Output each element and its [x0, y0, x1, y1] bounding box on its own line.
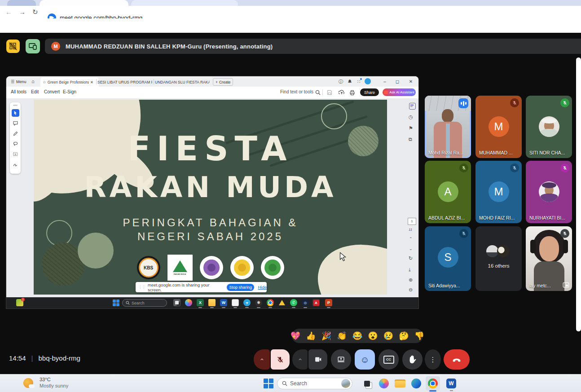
weather-icon[interactable]	[23, 378, 33, 388]
participant-tile[interactable]: M MUHAMMAD ...	[475, 96, 522, 158]
browser-active-tab[interactable]	[40, 0, 128, 6]
print-icon[interactable]	[349, 90, 355, 96]
leave-call-button[interactable]	[444, 349, 470, 370]
mic-options-chevron[interactable]	[254, 349, 270, 370]
poster-page[interactable]: FIESTA RAKAN MUDA PERINGKAT BAHAGIAN & N…	[34, 100, 387, 295]
reload-icon[interactable]: ↻	[32, 6, 38, 18]
chrome-icon-active[interactable]	[426, 376, 440, 391]
acrobat-menu-button[interactable]: ☰ Menu	[11, 76, 26, 87]
mic-toggle-button-muted[interactable]	[271, 349, 290, 370]
signature-tool[interactable]	[12, 161, 19, 168]
participant-tile[interactable]: NURHAYATI BI...	[526, 161, 572, 223]
next-page-icon[interactable]: ⌄	[409, 247, 413, 251]
reaction-thumbs-up[interactable]: 👍	[306, 331, 316, 341]
star-icon[interactable]: ☆	[43, 80, 46, 84]
apps-waffle-icon[interactable]: ∷	[355, 76, 363, 87]
ask-ai-assistant-button[interactable]: Ask AI Assistant	[383, 88, 416, 96]
draw-tool[interactable]	[12, 130, 19, 137]
document-tab-active[interactable]: ☆ Green Beige Professional... ✕	[40, 77, 99, 87]
camera-toggle-button[interactable]	[308, 349, 327, 370]
weather-desc[interactable]: Mostly sunny	[40, 383, 68, 388]
all-tools-menu[interactable]: All tools	[11, 89, 26, 94]
word-icon[interactable]: W	[445, 378, 457, 389]
bookmarks-panel-icon[interactable]: ⚑	[409, 125, 413, 131]
search-icon[interactable]	[315, 90, 321, 95]
shared-drive-icon[interactable]	[278, 299, 286, 306]
taskbar-search-box[interactable]: Search	[277, 378, 352, 389]
start-button[interactable]	[263, 378, 274, 389]
document-tab-2[interactable]: SESI LIBAT URUS PROGRAM FIE...	[97, 77, 152, 87]
file-explorer-icon[interactable]	[394, 378, 406, 389]
comment-tool[interactable]	[12, 119, 19, 127]
close-window-icon[interactable]: ✕	[407, 76, 415, 87]
back-icon[interactable]: ←	[5, 6, 12, 18]
ai-assistant-panel-icon[interactable]	[409, 103, 416, 110]
picture-in-picture-icon[interactable]	[563, 282, 569, 288]
find-label[interactable]: Find text or tools	[280, 89, 313, 94]
task-view-icon[interactable]	[361, 378, 373, 389]
rotate-page-icon[interactable]: ↻	[409, 255, 413, 261]
shared-acrobat-icon-active[interactable]: A	[313, 299, 320, 306]
esign-menu[interactable]: E-Sign	[63, 89, 76, 94]
account-avatar[interactable]	[365, 78, 371, 84]
shared-word-icon[interactable]: W	[220, 299, 227, 306]
reaction-cry[interactable]: 😢	[383, 331, 393, 341]
select-tool[interactable]	[12, 109, 19, 117]
shared-copilot-icon[interactable]	[185, 299, 192, 306]
zoom-out-icon[interactable]: ⊖	[409, 287, 413, 293]
edge-icon[interactable]	[410, 378, 422, 389]
presenter-banner[interactable]: M MUHAMMAD REDZUAN BIN SALLEH KPM-Guru (…	[45, 39, 581, 54]
more-options-button[interactable]: ⋮	[425, 349, 441, 370]
restore-icon[interactable]: ◻	[393, 76, 401, 87]
shared-whatsapp-icon[interactable]: ✆	[290, 299, 297, 306]
shared-app-icon[interactable]: 2	[16, 299, 23, 306]
minimize-icon[interactable]: –	[381, 76, 389, 87]
weather-temp[interactable]: 33°C	[40, 377, 51, 382]
participant-tile-video[interactable]: Mohd Rizal Ra...	[425, 96, 471, 158]
shared-powerpoint-icon[interactable]: P	[325, 299, 332, 306]
shared-notepad-icon[interactable]	[232, 299, 239, 306]
shared-telegram-icon[interactable]: ➤	[243, 299, 251, 306]
export-page-icon[interactable]: ⤓	[409, 267, 411, 273]
reaction-thumbs-down[interactable]: 👎	[414, 331, 424, 341]
text-box-tool[interactable]: A	[12, 150, 19, 158]
edit-menu[interactable]: Edit	[31, 89, 39, 94]
participants-scrollbar[interactable]	[576, 57, 581, 331]
browser-tab-fragment[interactable]	[7, 0, 36, 6]
participant-tile[interactable]: A ABDUL AZIZ BI...	[425, 161, 471, 223]
present-screen-button[interactable]	[26, 39, 40, 53]
reaction-party[interactable]: 🎉	[321, 331, 331, 341]
save-icon[interactable]	[327, 90, 332, 95]
create-tab-button[interactable]: + Create	[213, 78, 233, 86]
annotation-off-button[interactable]	[6, 40, 20, 53]
present-now-button[interactable]	[331, 349, 351, 370]
share-button[interactable]: Share	[360, 88, 379, 96]
participant-tile[interactable]: SITI NOR CHA...	[526, 96, 572, 158]
rail-grip[interactable]	[13, 105, 18, 106]
reaction-heart[interactable]: 💖	[290, 331, 300, 341]
captions-button[interactable]: CC	[379, 349, 399, 370]
shared-start-button[interactable]	[112, 299, 119, 306]
convert-menu[interactable]: Convert	[44, 89, 60, 94]
close-tab-icon[interactable]: ✕	[90, 80, 93, 84]
reaction-laugh[interactable]: 😂	[352, 331, 362, 341]
participant-tile-self-video[interactable]: lay metc...	[526, 226, 572, 291]
shared-chrome-icon[interactable]	[267, 299, 274, 306]
previous-page-icon[interactable]: ⌃	[409, 237, 413, 241]
pages-panel-icon[interactable]: ⧉	[409, 137, 412, 142]
reaction-thinking[interactable]: 🤔	[399, 331, 409, 341]
shared-steam-icon[interactable]: ◎	[302, 299, 309, 306]
shared-excel-icon[interactable]: X	[197, 299, 204, 306]
history-icon[interactable]: ◷	[409, 114, 413, 120]
participant-tile[interactable]: S Siti Adawiyya...	[425, 226, 471, 291]
document-tab-3[interactable]: UNDANGAN SLU FIESTA RAKAN...	[155, 77, 210, 87]
shared-search-box[interactable]: Search	[122, 299, 167, 307]
page-number-box[interactable]: 1	[408, 218, 416, 225]
copilot-icon[interactable]	[378, 378, 390, 389]
reactions-toggle-button-active[interactable]: ☺	[355, 349, 375, 370]
help-icon[interactable]: ⓘ	[337, 76, 345, 87]
raise-hand-button[interactable]: ✋	[402, 349, 423, 370]
shared-chatgpt-icon[interactable]: ❋	[255, 299, 262, 306]
home-icon[interactable]: ⌂	[31, 79, 35, 84]
browser-second-tab[interactable]	[131, 0, 238, 6]
